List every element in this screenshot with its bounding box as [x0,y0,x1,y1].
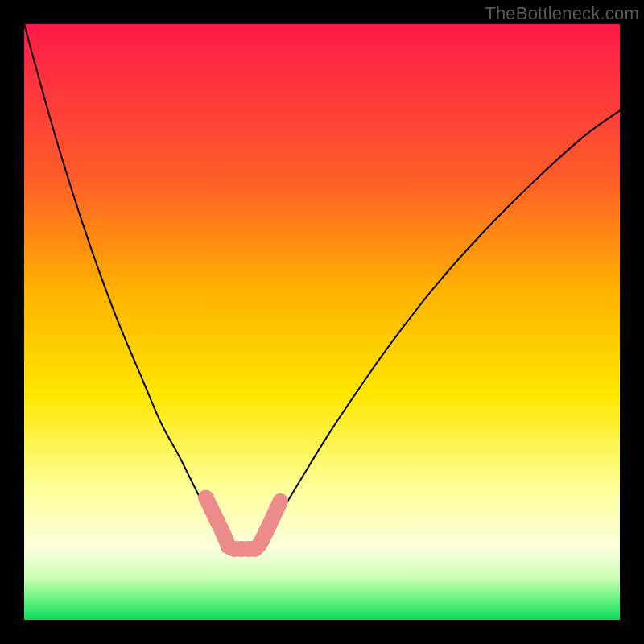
plot-area [24,24,620,620]
curve-overlay [24,24,620,620]
attribution-label: TheBottleneck.com [485,3,639,24]
marker-dot [273,493,288,509]
marker-group [198,490,288,557]
series-right-branch [259,110,620,545]
chart-frame: TheBottleneck.com [0,0,644,644]
curve-group [24,24,620,546]
series-left-branch [24,24,227,546]
